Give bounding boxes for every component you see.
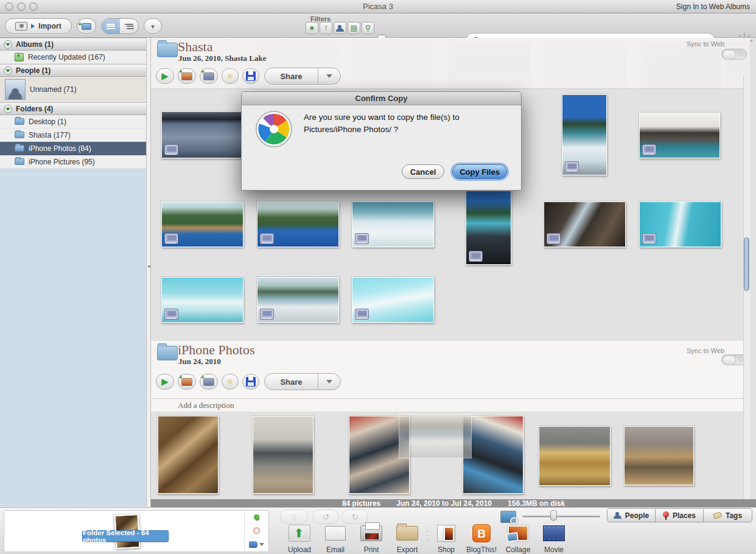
photo-thumbnail[interactable]: MOVIE xyxy=(257,202,339,247)
sidebar-item-unnamed[interactable]: Unnamed (71) xyxy=(0,77,146,102)
tree-view-button[interactable] xyxy=(120,19,138,33)
map-pin-icon xyxy=(663,511,669,520)
import-button[interactable]: Import xyxy=(5,18,72,34)
photo-thumbnail[interactable]: MOVIE xyxy=(562,94,607,175)
date-range: Jun 24, 2010 to Jul 24, 2010 xyxy=(396,499,492,508)
sync-to-web-label: Sync to Web xyxy=(687,347,724,354)
disclosure-triangle-icon[interactable] xyxy=(4,40,12,49)
share-dropdown-button[interactable] xyxy=(318,68,340,84)
view-options-dropdown[interactable]: ▾ xyxy=(144,18,162,34)
filter-uploaded-button[interactable]: ⬆ xyxy=(320,22,332,34)
collage-button[interactable]: Collage xyxy=(500,522,536,554)
disclosure-triangle-icon[interactable] xyxy=(4,105,12,113)
photo-thumbnail[interactable]: MOVIE xyxy=(544,202,626,247)
shop-button[interactable]: Shop xyxy=(429,522,464,554)
hold-selection-button[interactable] xyxy=(245,511,268,524)
sidebar-item-shasta[interactable]: Shasta (177) xyxy=(0,128,146,142)
disclosure-triangle-icon[interactable] xyxy=(4,66,12,75)
star-album-button[interactable]: ★ xyxy=(222,68,239,84)
sync-to-web-label: Sync to Web xyxy=(687,40,724,47)
filter-starred-button[interactable]: ★ xyxy=(306,22,318,34)
album-subtitle[interactable]: Jun 24, 2010 xyxy=(178,357,221,366)
photo-thumbnail[interactable]: MOVIE xyxy=(257,277,339,323)
export-folder-icon xyxy=(396,526,418,541)
dragged-photo-ghost[interactable] xyxy=(399,414,472,458)
upload-button[interactable]: Upload xyxy=(282,522,317,554)
add-collage-icon xyxy=(181,378,192,386)
folders-section-header[interactable]: Folders (4) xyxy=(0,102,146,115)
places-panel-button[interactable]: Places xyxy=(656,509,704,522)
photo-thumbnail[interactable]: MOVIE xyxy=(161,111,243,158)
album-title[interactable]: Shasta xyxy=(178,39,212,55)
sync-to-web-toggle[interactable] xyxy=(721,49,747,60)
sidebar-resize-gutter[interactable]: ◂ xyxy=(146,38,151,507)
photo-thumbnail[interactable] xyxy=(253,416,313,494)
album-subtitle[interactable]: Jun 26, 2010, Shasta Lake xyxy=(178,54,266,63)
photo-thumbnail[interactable] xyxy=(463,416,523,494)
photo-thumbnail[interactable]: MOVIE xyxy=(161,277,243,323)
create-collage-button[interactable] xyxy=(178,374,196,390)
add-to-album-button[interactable] xyxy=(245,538,268,551)
photo-thumbnail[interactable]: MOVIE xyxy=(639,202,721,247)
create-collage-button[interactable] xyxy=(178,68,196,84)
thumbnail-zoom-slider-thumb[interactable] xyxy=(550,510,557,521)
photo-thumbnail[interactable] xyxy=(158,416,219,494)
photo-thumbnail[interactable] xyxy=(539,426,611,486)
movie-badge: MOVIE xyxy=(260,309,274,320)
filter-faces-button[interactable] xyxy=(334,22,346,34)
star-album-button[interactable]: ★ xyxy=(222,374,239,390)
iphone-photos-label: iPhone Photos (84) xyxy=(29,144,91,153)
sidebar-item-iphone-pictures[interactable]: iPhone Pictures (95) xyxy=(0,155,146,169)
collapse-sidebar-icon[interactable]: ◂ xyxy=(147,263,150,269)
photo-thumbnail[interactable]: MOVIE xyxy=(161,202,243,247)
filter-movies-button[interactable]: ▤ xyxy=(348,22,360,34)
play-slideshow-button[interactable]: ▶ xyxy=(156,374,174,390)
copy-files-button[interactable]: Copy Files xyxy=(452,164,507,179)
folder-icon xyxy=(15,145,24,152)
people-panel-button[interactable]: People xyxy=(607,509,656,522)
photo-thumbnail[interactable]: MOVIE xyxy=(639,113,720,158)
photo-thumbnail[interactable]: MOVIE xyxy=(466,191,511,265)
thumbnail-zoom-slider-track[interactable] xyxy=(522,516,600,517)
email-button[interactable]: Email xyxy=(318,522,353,554)
album-title[interactable]: iPhone Photos xyxy=(178,342,255,358)
create-movie-button[interactable] xyxy=(200,374,218,390)
save-album-button[interactable] xyxy=(242,68,259,84)
cancel-button[interactable]: Cancel xyxy=(402,164,444,179)
photo-thumbnail[interactable]: MOVIE xyxy=(352,277,434,323)
share-button[interactable]: Share xyxy=(265,68,318,84)
clear-selection-button[interactable] xyxy=(245,524,268,538)
folder-icon xyxy=(15,131,24,138)
sign-in-link[interactable]: Sign In to Web Albums xyxy=(676,2,750,11)
print-button[interactable]: Print xyxy=(354,522,389,554)
filter-geotagged-button[interactable]: ⚲ xyxy=(362,22,374,34)
play-slideshow-button[interactable]: ▶ xyxy=(156,68,174,84)
album-folder-icon xyxy=(157,346,178,360)
album-icon xyxy=(15,53,24,61)
sidebar-item-iphone-photos[interactable]: iPhone Photos (84) xyxy=(0,142,146,155)
flat-view-button[interactable] xyxy=(102,19,120,33)
blogger-icon: B xyxy=(472,524,491,542)
add-album-button[interactable] xyxy=(77,18,96,34)
sidebar-item-recently-updated[interactable]: Recently Updated (167) xyxy=(0,51,146,64)
export-button[interactable]: Export xyxy=(390,522,425,554)
zoom-fit-icon[interactable] xyxy=(500,511,516,523)
folder-icon xyxy=(15,158,24,165)
vertical-scrollbar-thumb[interactable] xyxy=(744,237,749,291)
share-button[interactable]: Share xyxy=(265,374,318,390)
people-section-header[interactable]: People (1) xyxy=(0,64,146,77)
share-dropdown-button[interactable] xyxy=(318,374,340,390)
email-label: Email xyxy=(318,545,353,554)
person-icon xyxy=(336,25,344,32)
photo-thumbnail[interactable]: MOVIE xyxy=(352,202,434,247)
picasa-logo-icon xyxy=(255,110,293,148)
blogthis-button[interactable]: B BlogThis! xyxy=(464,522,499,554)
movie-button[interactable]: Movie xyxy=(536,522,572,554)
photo-thumbnail[interactable] xyxy=(624,426,694,485)
sidebar-item-desktop[interactable]: Desktop (1) xyxy=(0,115,146,128)
album-description-field[interactable]: Add a description xyxy=(151,399,750,412)
tags-panel-button[interactable]: Tags xyxy=(704,509,752,522)
albums-section-header[interactable]: Albums (1) xyxy=(0,38,146,51)
create-movie-button[interactable] xyxy=(200,68,218,84)
save-album-button[interactable] xyxy=(242,374,259,390)
